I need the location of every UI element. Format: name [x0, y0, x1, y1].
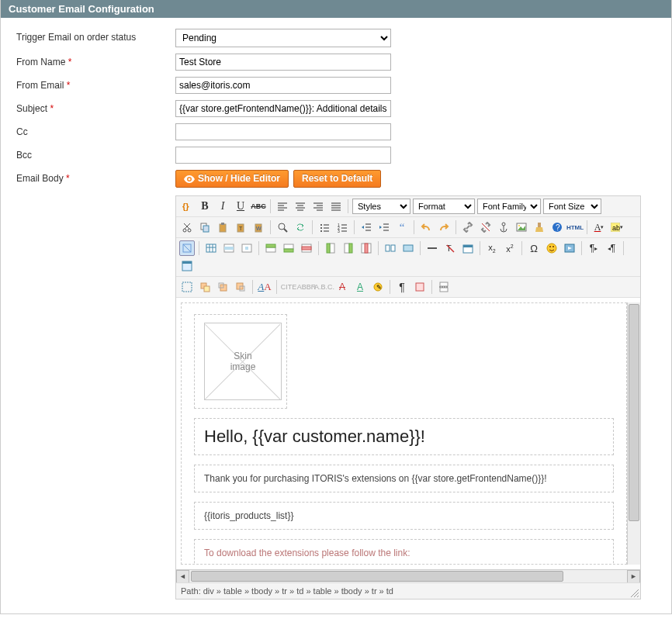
svg-rect-84 [391, 245, 395, 251]
insert-col-before-icon[interactable] [323, 240, 338, 256]
reset-default-button[interactable]: Reset to Default [293, 170, 381, 188]
input-cc[interactable] [175, 123, 391, 140]
font-family-dropdown[interactable]: Font Family [477, 199, 541, 214]
replace-icon[interactable] [293, 219, 308, 235]
cut-icon[interactable] [179, 219, 195, 235]
paste-word-icon[interactable]: W [251, 219, 266, 235]
subscript-icon[interactable]: x2 [484, 240, 500, 256]
outdent-icon[interactable] [359, 219, 374, 235]
delete-row-icon[interactable] [299, 240, 314, 256]
horizontal-scrollbar[interactable]: ◄ ► [176, 569, 640, 582]
input-subject[interactable] [175, 100, 391, 117]
find-icon[interactable] [275, 219, 290, 235]
vertical-scrollbar[interactable] [627, 302, 640, 565]
scroll-right-arrow[interactable]: ► [627, 570, 640, 583]
style-props-icon[interactable]: AA [257, 279, 272, 295]
pagebreak-icon[interactable] [436, 279, 452, 295]
align-left-button[interactable] [275, 199, 290, 214]
svg-rect-70 [245, 247, 248, 250]
svg-point-18 [183, 229, 186, 232]
select-trigger-status[interactable]: Pending [175, 29, 391, 47]
anchor-icon[interactable] [496, 219, 511, 235]
link-icon[interactable] [460, 219, 476, 235]
paste-icon[interactable] [215, 219, 230, 235]
products-list-var: {{itoris_products_list}} [194, 502, 614, 530]
attributes-icon[interactable]: ✎ [370, 279, 386, 295]
select-all-icon[interactable] [179, 279, 195, 295]
strikethrough-button[interactable]: ABC [251, 199, 266, 214]
insert-row-before-icon[interactable] [263, 240, 279, 256]
undo-icon[interactable] [418, 219, 434, 235]
svg-rect-71 [266, 247, 275, 252]
rtl-icon[interactable]: ◂¶ [604, 240, 619, 256]
image-icon[interactable] [514, 219, 529, 235]
indent-icon[interactable] [376, 219, 392, 235]
copy-icon[interactable] [197, 219, 213, 235]
html-source-button[interactable]: HTML [567, 219, 583, 235]
paste-text-icon[interactable]: T [233, 219, 248, 235]
italic-button[interactable]: I [215, 199, 230, 214]
fullscreen-icon[interactable] [179, 258, 195, 274]
label-from-name: From Name * [16, 54, 175, 67]
redo-icon[interactable] [436, 219, 452, 235]
bg-color-icon[interactable]: ab▾ [609, 219, 625, 235]
hr-icon[interactable] [424, 240, 440, 256]
separator [581, 241, 582, 255]
insert-col-after-icon[interactable] [341, 240, 356, 256]
merge-cells-icon[interactable] [400, 240, 416, 256]
svg-rect-108 [440, 282, 448, 286]
blockquote-icon[interactable]: “ [394, 219, 410, 235]
del-icon[interactable]: A [334, 279, 350, 295]
input-from-name[interactable] [175, 54, 391, 71]
input-from-email[interactable] [175, 77, 391, 94]
ltr-icon[interactable]: ¶▸ [586, 240, 601, 256]
align-center-button[interactable] [293, 199, 308, 214]
cite-icon[interactable]: CITE [281, 279, 296, 295]
bold-button[interactable]: B [197, 199, 213, 214]
table-icon[interactable] [203, 240, 219, 256]
abs-layer-icon[interactable] [197, 279, 213, 295]
insert-variable-icon[interactable]: {} [179, 199, 195, 214]
input-bcc[interactable] [175, 147, 391, 164]
superscript-icon[interactable]: x2 [502, 240, 518, 256]
cleanup-icon[interactable] [532, 219, 547, 235]
underline-button[interactable]: U [233, 199, 248, 214]
svg-line-31 [284, 229, 287, 232]
media-icon[interactable] [562, 240, 577, 256]
help-icon[interactable]: ? [549, 219, 565, 235]
table-cell-props-icon[interactable] [239, 240, 255, 256]
editor-canvas[interactable]: Skin image Hello, {{var customer.name}}!… [181, 302, 627, 565]
element-path-bar[interactable]: Path: div » table » tbody » tr » td » ta… [176, 582, 640, 599]
move-forward-icon[interactable] [215, 279, 230, 295]
align-right-button[interactable] [310, 199, 326, 214]
unlink-icon[interactable] [478, 219, 494, 235]
split-cells-icon[interactable] [383, 240, 398, 256]
special-char-icon[interactable]: Ω [526, 240, 542, 256]
visual-chars-icon[interactable]: ¶ [394, 279, 410, 295]
abbr-icon[interactable]: ABBR [299, 279, 314, 295]
svg-rect-82 [365, 244, 368, 253]
remove-format-icon[interactable]: T [442, 240, 458, 256]
block-nbsp-icon[interactable] [412, 279, 428, 295]
bullet-list-icon[interactable] [317, 219, 332, 235]
insert-row-after-icon[interactable] [281, 240, 296, 256]
svg-rect-79 [345, 244, 349, 253]
numbered-list-icon[interactable]: 123 [334, 219, 350, 235]
resize-grip-icon[interactable] [629, 587, 639, 598]
ins-icon[interactable]: A [352, 279, 368, 295]
separator [270, 220, 271, 234]
move-backward-icon[interactable] [233, 279, 248, 295]
emoticon-icon[interactable] [544, 240, 559, 256]
toggle-editor-button[interactable]: Show / Hide Editor [175, 170, 289, 188]
delete-col-icon[interactable] [359, 240, 374, 256]
text-color-icon[interactable]: A▾ [591, 219, 607, 235]
font-size-dropdown[interactable]: Font Size [543, 199, 601, 214]
table-row-props-icon[interactable] [221, 240, 237, 256]
scroll-left-arrow[interactable]: ◄ [176, 570, 189, 583]
format-dropdown[interactable]: Format [413, 199, 475, 214]
align-justify-button[interactable] [328, 199, 344, 214]
styles-dropdown[interactable]: Styles [352, 199, 410, 214]
insert-layer-icon[interactable] [179, 240, 195, 256]
insert-date-icon[interactable] [460, 240, 476, 256]
acronym-icon[interactable]: A.B.C. [317, 279, 332, 295]
